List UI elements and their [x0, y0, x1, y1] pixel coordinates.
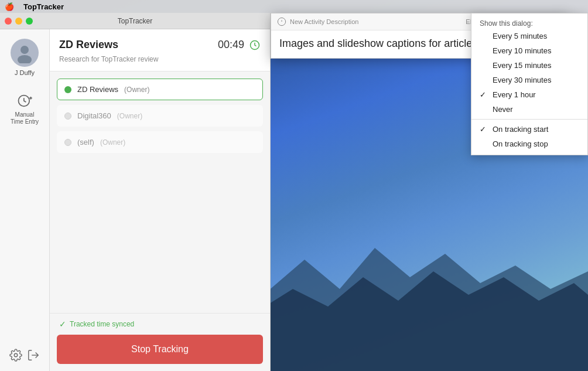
activity-dialog-label: New Activity Description	[290, 18, 358, 25]
dropdown-item-label: Every 10 minutes	[493, 46, 551, 55]
dropdown-show-label: Show this dialog:	[471, 17, 587, 29]
sidebar-username: J Duffy	[15, 69, 35, 76]
sidebar: J Duffy Manual Time Entry	[0, 29, 50, 371]
dropdown-item-label: Never	[493, 105, 513, 114]
dropdown-item-on-start[interactable]: ✓ On tracking start	[471, 122, 587, 137]
project-header: ZD Reviews 00:49 Research for TopTracker…	[50, 29, 270, 72]
task-owner: (Owner)	[124, 86, 149, 94]
logout-icon[interactable]	[27, 349, 40, 362]
task-list: ZD Reviews (Owner) Digital360 (Owner) (s…	[50, 72, 270, 313]
maximize-button[interactable]	[26, 18, 33, 25]
dropdown-item-label: Every 30 minutes	[493, 76, 551, 84]
svg-point-2	[20, 46, 29, 54]
task-owner: (Owner)	[100, 138, 125, 147]
dropdown-item-never[interactable]: Never	[471, 102, 587, 117]
window-title: TopTracker	[118, 17, 153, 25]
dropdown-item-5min[interactable]: Every 5 minutes	[471, 29, 587, 43]
manual-time-label: Manual Time Entry	[9, 111, 40, 125]
project-title: ZD Reviews	[59, 39, 118, 51]
project-subtitle: Research for TopTracker review	[59, 55, 158, 63]
task-item[interactable]: Digital360 (Owner)	[57, 105, 263, 127]
dropdown-check: ✓	[480, 125, 488, 134]
activity-dialog-info-icon	[277, 17, 286, 26]
dropdown-item-15min[interactable]: Every 15 minutes	[471, 58, 587, 73]
dropdown-item-10min[interactable]: Every 10 minutes	[471, 43, 587, 58]
sync-text: Tracked time synced	[70, 320, 134, 328]
task-dot-inactive	[64, 139, 71, 146]
clock-plus-icon	[16, 93, 33, 109]
dropdown-check	[480, 105, 488, 114]
main-content: ZD Reviews 00:49 Research for TopTracker…	[50, 29, 270, 371]
sidebar-item-manual-time[interactable]: Manual Time Entry	[4, 88, 45, 130]
task-item[interactable]: (self) (Owner)	[57, 131, 263, 153]
dropdown-check	[480, 61, 488, 70]
window-titlebar: TopTracker	[0, 13, 270, 29]
dropdown-check	[480, 139, 488, 148]
task-name: (self)	[77, 138, 94, 147]
activity-dialog-title-left: New Activity Description	[277, 17, 358, 26]
svg-point-3	[18, 55, 32, 63]
settings-icon[interactable]	[9, 349, 22, 362]
task-name: ZD Reviews	[77, 85, 118, 94]
menubar: 🍎 TopTracker	[0, 0, 588, 13]
sidebar-bottom	[9, 349, 40, 371]
dropdown-item-label: Every 1 hour	[493, 90, 536, 99]
timer-icon	[249, 39, 261, 51]
svg-point-7	[14, 353, 18, 357]
sync-checkmark: ✓	[59, 319, 66, 329]
toptracker-window: TopTracker J Duffy Manual Time Entry	[0, 13, 271, 371]
window-controls	[5, 18, 33, 25]
sync-status: ✓ Tracked time synced	[50, 313, 270, 335]
project-title-row: ZD Reviews 00:49	[59, 39, 261, 51]
minimize-button[interactable]	[15, 18, 22, 25]
dropdown-item-label: Every 15 minutes	[493, 61, 551, 70]
dropdown-item-1hour[interactable]: ✓ Every 1 hour	[471, 87, 587, 102]
dropdown-menu: Show this dialog: Every 5 minutes Every …	[471, 13, 588, 155]
dropdown-check: ✓	[480, 90, 488, 99]
apple-menu[interactable]: 🍎	[5, 2, 14, 11]
dropdown-check	[480, 76, 488, 84]
task-name: Digital360	[77, 111, 111, 120]
task-owner: (Owner)	[117, 112, 142, 120]
dropdown-item-label: On tracking start	[493, 125, 548, 134]
dropdown-item-label: On tracking stop	[493, 139, 548, 148]
stop-tracking-button[interactable]: Stop Tracking	[57, 335, 263, 364]
close-button[interactable]	[5, 18, 12, 25]
timer-text: 00:49	[218, 39, 244, 51]
task-dot-inactive	[64, 113, 71, 120]
window-body: J Duffy Manual Time Entry	[0, 29, 270, 371]
dropdown-item-label: Every 5 minutes	[493, 32, 547, 40]
dropdown-divider	[471, 119, 587, 120]
task-item[interactable]: ZD Reviews (Owner)	[57, 79, 263, 100]
avatar-icon	[14, 42, 35, 63]
avatar	[11, 39, 39, 67]
dropdown-check	[480, 46, 488, 55]
timer-display: 00:49	[218, 39, 261, 51]
task-dot-active	[64, 86, 71, 93]
app-name: TopTracker	[23, 2, 64, 11]
dropdown-item-on-stop[interactable]: On tracking stop	[471, 137, 587, 151]
dropdown-item-30min[interactable]: Every 30 minutes	[471, 73, 587, 87]
dropdown-check	[480, 32, 488, 40]
